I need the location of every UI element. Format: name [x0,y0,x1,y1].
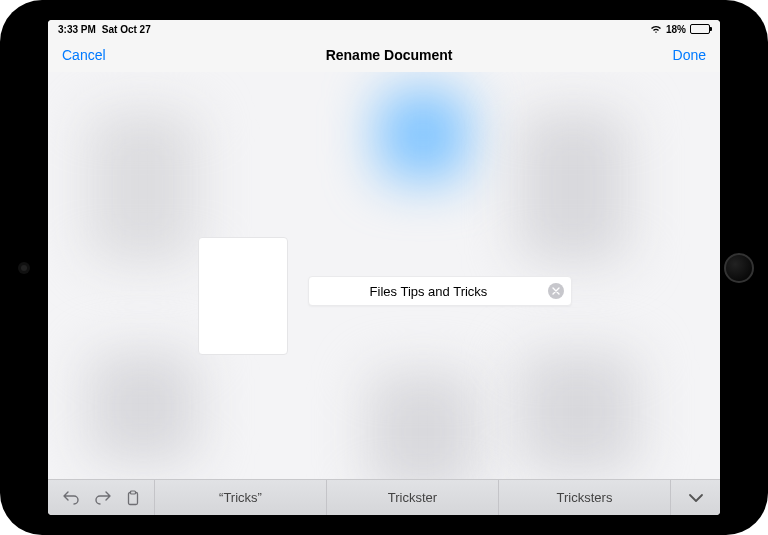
camera-dot [21,265,27,271]
cancel-button[interactable]: Cancel [62,47,106,63]
keyboard-tools [48,480,154,515]
screen: 3:33 PM Sat Oct 27 18% Cancel Rename Doc… [48,20,720,515]
suggestion-1[interactable]: “Tricks” [154,480,326,515]
content-area [48,72,720,479]
nav-title: Rename Document [326,47,453,63]
undo-icon[interactable] [62,491,80,505]
document-thumbnail [198,237,288,355]
battery-percent: 18% [666,24,686,35]
keyboard-accessory-bar: “Tricks” Trickster Tricksters [48,479,720,515]
chevron-down-icon [688,493,704,503]
suggestion-3[interactable]: Tricksters [498,480,670,515]
done-button[interactable]: Done [673,47,706,63]
clipboard-icon[interactable] [126,490,140,506]
home-button[interactable] [724,253,754,283]
keyboard-suggestions: “Tricks” Trickster Tricksters [154,480,670,515]
redo-icon[interactable] [94,491,112,505]
rename-input[interactable] [309,284,548,299]
suggestion-2[interactable]: Trickster [326,480,498,515]
status-time: 3:33 PM [58,24,96,35]
clear-text-button[interactable] [548,283,564,299]
status-date: Sat Oct 27 [102,24,151,35]
rename-field[interactable] [308,276,572,306]
status-bar: 3:33 PM Sat Oct 27 18% [48,20,720,38]
ipad-device-frame: 3:33 PM Sat Oct 27 18% Cancel Rename Doc… [0,0,768,535]
svg-rect-1 [131,491,136,494]
nav-bar: Cancel Rename Document Done [48,38,720,72]
wifi-icon [650,24,662,34]
keyboard-toggle-button[interactable] [670,480,720,515]
battery-icon [690,24,710,34]
